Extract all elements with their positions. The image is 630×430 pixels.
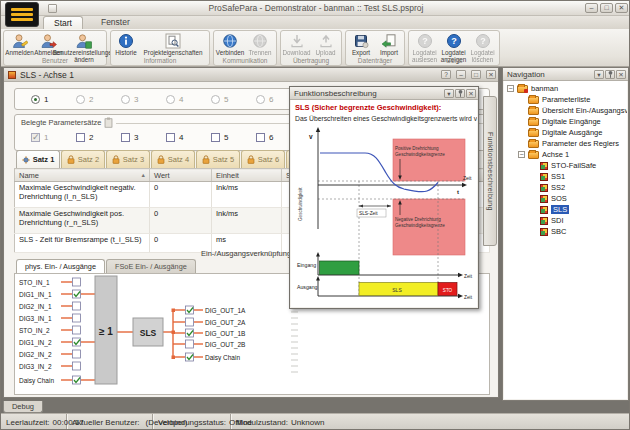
occupied-set-checkbox-4[interactable] (166, 133, 175, 142)
tree-item-sdi[interactable]: SDI (504, 215, 627, 226)
input-label: DIG1_IN_1 (19, 291, 52, 299)
input-checkbox[interactable] (73, 302, 81, 310)
occupied-set-checkbox-3[interactable] (121, 133, 130, 142)
column-header-name[interactable]: Name▲ (15, 169, 150, 182)
tree-item-ss2[interactable]: SS2 (504, 182, 627, 193)
logdatei-auslesen-button[interactable]: ? Logdatei auslesen (410, 32, 439, 56)
funktionsbeschreibung-vertical-tab[interactable]: Funktionsbeschreibung (483, 96, 497, 246)
tab-satz-3[interactable]: Satz 3 (106, 150, 150, 168)
tab-phys-io[interactable]: phys. Ein- / Ausgänge (16, 259, 105, 274)
anmelden-button[interactable]: Anmelden (5, 32, 34, 56)
tree-item-sto-failsafe[interactable]: STO-FailSafe (504, 160, 627, 171)
sls-minimize-button[interactable]: – (456, 70, 466, 79)
download-button[interactable]: Download (282, 32, 311, 56)
collapse-icon[interactable]: − (518, 151, 525, 158)
nav-chev-down-icon[interactable]: ▾ (594, 70, 604, 79)
fb-close-icon[interactable]: ✕ (466, 89, 476, 98)
set-radio-4[interactable] (166, 95, 175, 104)
fb-pin-icon[interactable] (455, 89, 465, 98)
upload-button[interactable]: Upload (311, 32, 340, 56)
quick-access-icon[interactable] (48, 4, 57, 13)
occupied-set-checkbox-6[interactable] (256, 133, 265, 142)
trennen-button[interactable]: Trennen (245, 32, 275, 56)
application-window: ProSafePara - Demonstrator - banman :: T… (0, 0, 630, 430)
input-label: STO_IN_2 (19, 327, 50, 335)
logdatei-loeschen-button[interactable]: ? Logdatei löschen (468, 32, 497, 56)
download-icon (289, 33, 305, 49)
tab-satz-2[interactable]: Satz 2 (61, 150, 105, 168)
sls-maximize-button[interactable]: □ (471, 70, 481, 79)
tab-satz-4[interactable]: Satz 4 (151, 150, 195, 168)
tree-item-sbc[interactable]: SBC (504, 226, 627, 237)
navigation-titlebar[interactable]: Navigation ▾ ✕ (503, 68, 628, 81)
ribbon-group-information: Historie Projekteigenschaften Informatio… (110, 30, 210, 66)
tree-item-uebersicht-io[interactable]: Übersicht Ein-/Ausgangsverknüpfung (504, 105, 627, 116)
question-circle-blue-icon: ? (446, 33, 462, 49)
tree-item-banman[interactable]: − banman (504, 83, 627, 94)
set-radio-1[interactable] (31, 95, 40, 104)
sls-close-button[interactable]: ✕ (486, 70, 496, 79)
fb-panel-titlebar[interactable]: Funktionsbeschreibung ▾ ✕ (290, 87, 478, 100)
tree-item-digitale-ausgaenge[interactable]: Digitale Ausgänge (504, 127, 627, 138)
tree-item-parameter-des-reglers[interactable]: Parameter des Reglers (504, 138, 627, 149)
set-radio-2[interactable] (76, 95, 85, 104)
verbinden-button[interactable]: Verbinden (215, 32, 245, 56)
fb-panel-title: Funktionsbeschreibung (294, 89, 377, 98)
occupied-set-checkbox-2[interactable] (76, 133, 85, 142)
occupied-set-checkbox-1[interactable] (31, 133, 40, 142)
debug-tab[interactable]: Debug (3, 401, 43, 413)
output-checkbox[interactable] (186, 318, 194, 326)
app-logo-icon[interactable] (5, 2, 39, 27)
fb-description: Das Überschreiten eines Geschwindigkeits… (295, 115, 473, 122)
logdatei-anzeigen-button[interactable]: ? Logdatei anzeigen (439, 32, 468, 56)
occupied-set-checkbox-5[interactable] (211, 133, 220, 142)
collapse-icon[interactable]: − (507, 85, 514, 92)
export-button[interactable]: Export (347, 32, 375, 56)
sls-window-icon (8, 71, 16, 79)
nav-close-icon[interactable]: ✕ (616, 70, 626, 79)
lock-icon (112, 155, 120, 164)
historie-button[interactable]: Historie (112, 32, 140, 56)
input-checkbox[interactable] (73, 362, 81, 370)
folder-icon (528, 107, 539, 115)
set-radio-6[interactable] (256, 95, 265, 104)
maximize-button[interactable]: □ (600, 3, 613, 13)
import-button[interactable]: Import (375, 32, 403, 56)
safety-function-icon (540, 173, 548, 181)
tree-item-ss1[interactable]: SS1 (504, 171, 627, 182)
close-button[interactable]: ✕ (615, 3, 628, 13)
eingang-active-bar (320, 261, 360, 275)
projekteigenschaften-button[interactable]: Projekteigenschaften (140, 32, 206, 56)
sls-window-title: SLS - Achse 1 (20, 70, 74, 80)
nav-pin-icon[interactable] (605, 70, 615, 79)
tab-satz-1[interactable]: Satz 1 (16, 150, 60, 168)
input-checkbox[interactable] (73, 314, 81, 322)
tree-item-achse-1[interactable]: − Achse 1 (504, 149, 627, 160)
sls-help-button[interactable]: ? (441, 70, 451, 79)
tab-fsoe-io[interactable]: FSoE Ein- / Ausgänge (106, 259, 196, 274)
output-label: DIG_OUT_1B (205, 330, 245, 338)
tree-item-parameterliste[interactable]: Parameterliste (504, 94, 627, 105)
input-checkbox[interactable] (73, 350, 81, 358)
tree-item-sls[interactable]: SLS (504, 204, 627, 215)
fb-chev-down-icon[interactable]: ▾ (444, 89, 454, 98)
tree-item-sos[interactable]: SOS (504, 193, 627, 204)
funktionsbeschreibung-panel: Funktionsbeschreibung ▾ ✕ SLS (Sicher be… (289, 86, 479, 309)
tab-satz-6[interactable]: Satz 6 (241, 150, 285, 168)
column-header-wert[interactable]: Wert (150, 169, 212, 182)
sls-window-titlebar[interactable]: SLS - Achse 1 ? – □ ✕ (4, 68, 498, 82)
benutzereinstellungen-button[interactable]: Benutzereinstellungen ändern (63, 32, 105, 56)
column-header-einheit[interactable]: Einheit (212, 169, 282, 182)
input-checkbox[interactable] (73, 326, 81, 334)
lock-icon (157, 155, 165, 164)
output-checkbox[interactable] (186, 340, 194, 348)
tab-start[interactable]: Start (43, 16, 83, 29)
set-radio-3[interactable] (121, 95, 130, 104)
tab-satz-5[interactable]: Satz 5 (196, 150, 240, 168)
input-checkbox[interactable] (73, 278, 81, 286)
tab-fenster[interactable]: Fenster (91, 16, 140, 29)
minimize-button[interactable]: – (585, 3, 598, 13)
set-radio-5[interactable] (211, 95, 220, 104)
tree-item-digitale-eingaenge[interactable]: Digitale Eingänge (504, 116, 627, 127)
window-title: ProSafePara - Demonstrator - banman :: T… (209, 3, 424, 13)
